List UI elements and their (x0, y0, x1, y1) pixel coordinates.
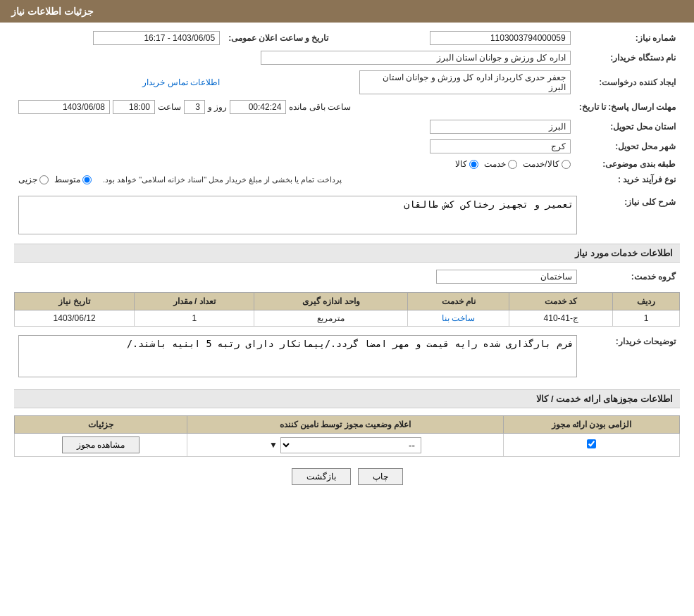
city-value: کرج (14, 137, 575, 156)
purchase-type-label-small: جزیی (18, 175, 37, 184)
purchase-type-label: نوع فرآیند خرید : (575, 172, 680, 187)
page-wrapper: جزئیات اطلاعات نیاز شماره نیاز: 11030037… (0, 0, 694, 616)
buyer-org-input: اداره کل ورزش و جوانان استان البرز (261, 51, 571, 65)
perm-required-checkbox[interactable] (587, 439, 596, 448)
service-group-value: ساختمان (14, 267, 581, 287)
page-title: جزئیات اطلاعات نیاز (11, 6, 94, 17)
perm-status-cell: -- ▼ (187, 434, 503, 457)
category-radio-group: کالا/خدمت خدمت کالا (18, 159, 571, 169)
response-deadline-label: مهلت ارسال پاسخ: تا تاریخ: (575, 97, 680, 117)
perm-status-select[interactable]: -- (280, 437, 421, 453)
response-time-label: ساعت (158, 102, 181, 112)
need-desc-label: شرح کلی نیاز: (581, 193, 680, 239)
remaining-time-input: 00:42:24 (230, 100, 286, 114)
buyer-notes-textarea[interactable] (18, 335, 577, 377)
contact-link[interactable]: اطلاعات تماس خریدار (142, 77, 220, 87)
creator-label: ایجاد کننده درخواست: (575, 68, 680, 97)
permissions-section: الزامی بودن ارائه مجوز اعلام وضعیت مجوز … (14, 415, 680, 457)
permissions-table: الزامی بودن ارائه مجوز اعلام وضعیت مجوز … (14, 415, 680, 457)
category-option-1[interactable]: کالا (455, 159, 478, 169)
print-button[interactable]: چاپ (358, 468, 403, 485)
purchase-type-label-medium: متوسط (54, 175, 80, 184)
purchase-type-radio-small[interactable] (39, 175, 49, 184)
chevron-down-icon: ▼ (269, 440, 278, 450)
creator-input: جعفر حدری کاربرداز اداره کل ورزش و جوانا… (359, 70, 571, 94)
category-radio-kala[interactable] (469, 160, 478, 169)
announce-date-label: تاریخ و ساعت اعلان عمومی: (224, 28, 342, 48)
back-button[interactable]: بازگشت (292, 468, 351, 485)
need-description-textarea[interactable] (18, 196, 577, 234)
category-radio-khadamat[interactable] (508, 160, 517, 169)
main-info-table: شماره نیاز: 1103003794000059 تاریخ و ساع… (14, 28, 680, 187)
row-service-name[interactable]: ساخت بنا (408, 310, 509, 327)
perm-col-details: جزئیات (15, 416, 187, 434)
page-header: جزئیات اطلاعات نیاز (0, 0, 694, 23)
row-index: 1 (613, 310, 680, 327)
need-desc-cell (14, 193, 581, 239)
category-value: کالا/خدمت خدمت کالا (14, 156, 575, 172)
col-need-date: تاریخ نیاز (15, 293, 135, 310)
announce-date-value: 1403/06/05 - 16:17 (14, 28, 224, 48)
contact-link-cell: اطلاعات تماس خریدار (14, 68, 224, 97)
need-number-value: 1103003794000059 (342, 28, 574, 48)
buyer-notes-cell (14, 332, 581, 382)
col-quantity: تعداد / مقدار (135, 293, 254, 310)
days-input: 3 (184, 100, 205, 114)
perm-col-required: الزامی بودن ارائه مجوز (503, 416, 679, 434)
purchase-type-medium[interactable]: متوسط (54, 175, 92, 184)
bottom-buttons: چاپ بازگشت (14, 468, 680, 485)
response-days-label: روز و (208, 102, 227, 112)
table-row: 1 ج-41-410 ساخت بنا مترمربع 1 1403/06/12 (15, 310, 680, 327)
category-option-3[interactable]: کالا/خدمت (523, 159, 570, 169)
col-service-name: نام خدمت (408, 293, 509, 310)
creator-value: جعفر حدری کاربرداز اداره کل ورزش و جوانا… (224, 68, 575, 97)
announce-date-input: 1403/06/05 - 16:17 (93, 31, 220, 45)
service-group-label: گروه خدمت: (581, 267, 680, 287)
purchase-type-note: پرداخت تمام یا بخشی از مبلغ خریدار محل "… (103, 175, 342, 184)
row-quantity: 1 (135, 310, 254, 327)
col-index: ردیف (613, 293, 680, 310)
buyer-notes-label: توضیحات خریدار: (581, 332, 680, 382)
purchase-type-radio-medium[interactable] (82, 175, 92, 184)
purchase-type-radio-group: متوسط جزیی (18, 175, 92, 184)
permissions-section-title: اطلاعات مجوزهای ارائه خدمت / کالا (14, 389, 680, 408)
category-option-2[interactable]: خدمت (484, 159, 517, 169)
perm-details-cell: مشاهده مجوز (15, 434, 187, 457)
need-number-label: شماره نیاز: (575, 28, 680, 48)
perm-table-row: -- ▼ مشاهده مجوز (15, 434, 680, 457)
perm-col-status: اعلام وضعیت مجوز توسط نامین کننده (187, 416, 503, 434)
service-group-table: گروه خدمت: ساختمان (14, 267, 680, 287)
city-input: کرج (430, 139, 571, 153)
category-label-kala-khadamat: کالا/خدمت (523, 159, 559, 169)
time-input: 18:00 (113, 100, 155, 114)
purchase-type-small[interactable]: جزیی (18, 175, 49, 184)
category-label-khadamat: خدمت (484, 159, 506, 169)
buyer-org-label: نام دستگاه خریدار: (575, 48, 680, 68)
category-radio-kala-khadamat[interactable] (562, 160, 571, 169)
services-table: ردیف کد خدمت نام خدمت واحد اندازه گیری ت… (14, 292, 680, 327)
city-label: شهر محل تحویل: (575, 137, 680, 156)
need-number-input: 1103003794000059 (430, 31, 571, 45)
response-date-input: 1403/06/08 (18, 100, 110, 114)
perm-required-cell (503, 434, 679, 457)
col-service-code: کد خدمت (509, 293, 613, 310)
buyer-notes-table: توضیحات خریدار: (14, 332, 680, 382)
province-input: البرز (430, 120, 571, 134)
view-permit-button[interactable]: مشاهده مجوز (62, 436, 140, 453)
need-desc-table: شرح کلی نیاز: (14, 193, 680, 239)
province-label: استان محل تحویل: (575, 117, 680, 137)
purchase-type-value: پرداخت تمام یا بخشی از مبلغ خریدار محل "… (14, 172, 575, 187)
row-unit: مترمربع (254, 310, 408, 327)
row-service-code: ج-41-410 (509, 310, 613, 327)
services-section-title: اطلاعات خدمات مورد نیاز (14, 244, 680, 263)
main-section: شماره نیاز: 1103003794000059 تاریخ و ساع… (0, 23, 694, 491)
response-deadline-row: ساعت باقی مانده 00:42:24 روز و 3 ساعت 18… (14, 97, 575, 117)
province-value: البرز (14, 117, 575, 137)
category-label: طبقه بندی موضوعی: (575, 156, 680, 172)
response-remaining-label: ساعت باقی مانده (289, 102, 351, 112)
service-group-input: ساختمان (436, 270, 577, 284)
row-need-date: 1403/06/12 (15, 310, 135, 327)
permissions-header: الزامی بودن ارائه مجوز اعلام وضعیت مجوز … (15, 416, 680, 434)
buyer-org-value: اداره کل ورزش و جوانان استان البرز (14, 48, 575, 68)
services-table-header: ردیف کد خدمت نام خدمت واحد اندازه گیری ت… (15, 293, 680, 310)
